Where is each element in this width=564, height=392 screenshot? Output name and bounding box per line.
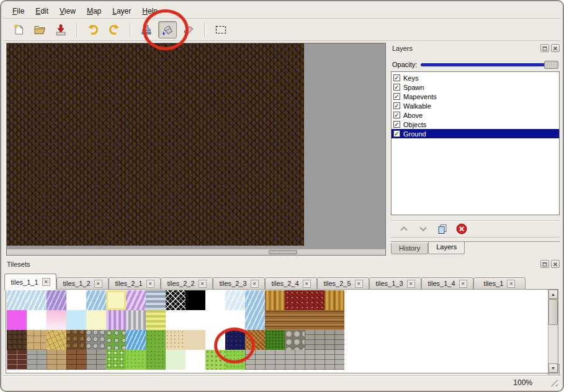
duplicate-layer-button[interactable] xyxy=(436,222,449,236)
menu-edit[interactable]: Edit xyxy=(30,5,54,17)
select-tool-button[interactable] xyxy=(212,21,230,38)
tilesets-panel-close-icon[interactable] xyxy=(551,260,560,268)
palette-tile-empty[interactable] xyxy=(27,310,47,330)
palette-tile-black[interactable] xyxy=(186,290,205,310)
undo-button[interactable] xyxy=(84,21,102,38)
palette-tile-wood-planks[interactable] xyxy=(305,310,325,330)
palette-tile-empty[interactable] xyxy=(205,330,225,350)
tileset-tab-tiles_1_3[interactable]: tiles_1_3✕ xyxy=(369,277,421,290)
palette-tile-empty[interactable] xyxy=(205,290,225,310)
tileset-tab-tiles_2_1[interactable]: tiles_2_1✕ xyxy=(109,277,161,290)
palette-tile-carpet-red[interactable] xyxy=(305,290,325,310)
tab-close-icon[interactable]: ✕ xyxy=(507,280,515,288)
tilesets-panel-float-icon[interactable] xyxy=(540,260,549,268)
palette-tile-cobblestone[interactable] xyxy=(285,330,305,350)
layer-visibility-checkbox[interactable]: ✓ xyxy=(393,74,400,81)
stamp-tool-button[interactable] xyxy=(137,21,156,38)
palette-tile-water-blue[interactable] xyxy=(245,310,265,330)
palette-tile-btn-yellow[interactable] xyxy=(106,290,126,310)
raise-layer-button[interactable] xyxy=(397,222,411,236)
layer-row[interactable]: ✓Mapevents xyxy=(392,92,559,101)
open-file-button[interactable] xyxy=(30,21,49,38)
palette-tile-stripes-violet-v[interactable] xyxy=(106,310,126,330)
palette-tile-wood-planks[interactable] xyxy=(325,310,344,330)
palette-tile-stone-blocks[interactable] xyxy=(86,350,106,370)
palette-tile-pillar-gold[interactable] xyxy=(265,290,285,310)
palette-tile-water-bright[interactable] xyxy=(126,330,146,350)
menu-view[interactable]: View xyxy=(54,5,81,17)
palette-tile-empty[interactable] xyxy=(66,290,86,310)
tileset-tab-tiles_2_4[interactable]: tiles_2_4✕ xyxy=(265,277,317,290)
palette-tile-cyan-pale[interactable] xyxy=(66,310,86,330)
palette-tile-grass-mid[interactable] xyxy=(146,350,166,370)
canvas-hscrollbar[interactable] xyxy=(7,249,385,255)
layer-row[interactable]: ✓Spawn xyxy=(392,82,559,92)
palette-tile-stones-green[interactable] xyxy=(106,330,126,350)
palette-tile-water-light[interactable] xyxy=(27,290,47,310)
palette-tile-grass-bright[interactable] xyxy=(126,350,146,370)
opacity-slider-handle[interactable] xyxy=(544,61,558,69)
tab-close-icon[interactable]: ✕ xyxy=(407,280,415,288)
layer-visibility-checkbox[interactable]: ✓ xyxy=(393,121,400,128)
layer-row[interactable]: ✓Above xyxy=(392,110,559,120)
palette-tile-brick-graywall[interactable] xyxy=(325,350,344,370)
tileset-tab-tiles_2_3[interactable]: tiles_2_3✕ xyxy=(213,277,265,290)
layer-row[interactable]: ✓Keys xyxy=(392,73,559,82)
palette-tile-empty[interactable] xyxy=(166,310,186,330)
palette-tile-carpet-red[interactable] xyxy=(285,290,305,310)
redo-button[interactable] xyxy=(105,21,123,38)
palette-tile-stone-blocks[interactable] xyxy=(325,330,344,350)
tileset-tab-tiles_1_2[interactable]: tiles_1_2✕ xyxy=(56,277,109,290)
palette-tile-water-pale[interactable] xyxy=(225,290,245,310)
palette-tile-brick-gray[interactable] xyxy=(27,350,47,370)
scroll-down-icon[interactable]: ▼ xyxy=(548,363,558,373)
palette-tile-stone-tan[interactable] xyxy=(27,330,47,350)
tab-close-icon[interactable]: ✕ xyxy=(146,280,154,288)
tab-layers[interactable]: Layers xyxy=(428,242,465,254)
palette-tile-brick-brown[interactable] xyxy=(66,350,86,370)
palette-tile-brick-graywall[interactable] xyxy=(265,350,285,370)
map-canvas[interactable] xyxy=(6,43,386,256)
palette-tile-tan-pale[interactable] xyxy=(186,330,205,350)
save-file-button[interactable] xyxy=(51,21,70,38)
tileset-tab-tiles_2_5[interactable]: tiles_2_5✕ xyxy=(317,277,369,290)
tab-close-icon[interactable]: ✕ xyxy=(303,280,311,288)
palette-tile-brick-dark[interactable] xyxy=(7,350,27,370)
palette-tile-stripes-bluegray[interactable] xyxy=(146,290,166,310)
palette-tile-stone-cracked[interactable] xyxy=(47,330,66,350)
layer-row[interactable]: ✓Objects xyxy=(392,120,559,129)
tileset-tab-tiles_1[interactable]: tiles_1✕ xyxy=(473,277,526,290)
layer-visibility-checkbox[interactable]: ✓ xyxy=(393,130,400,137)
canvas-hscrollbar-handle[interactable] xyxy=(269,250,297,254)
palette-tile-yellow-pale[interactable] xyxy=(86,310,106,330)
palette-tile-green-pale[interactable] xyxy=(166,350,186,370)
palette-tile-water-light[interactable] xyxy=(7,290,27,310)
palette-tile-brick-graywall[interactable] xyxy=(285,350,305,370)
layer-visibility-checkbox[interactable]: ✓ xyxy=(393,93,400,100)
layer-visibility-checkbox[interactable]: ✓ xyxy=(393,102,400,109)
palette-vscrollbar-handle[interactable] xyxy=(548,299,558,325)
tab-close-icon[interactable]: ✕ xyxy=(42,278,50,286)
palette-tile-stripes-violet[interactable] xyxy=(126,290,146,310)
layer-row[interactable]: ✓Walkable xyxy=(392,101,559,110)
palette-tile-grass-flowers[interactable] xyxy=(106,350,126,370)
palette-tile-wood-planks[interactable] xyxy=(265,310,285,330)
opacity-slider-track[interactable] xyxy=(421,63,558,66)
delete-layer-button[interactable] xyxy=(455,222,468,236)
layers-panel-float-icon[interactable] xyxy=(540,44,549,52)
scroll-up-icon[interactable]: ▲ xyxy=(548,290,558,299)
palette-tile-sand-speckled[interactable] xyxy=(166,330,186,350)
menu-map[interactable]: Map xyxy=(81,5,107,17)
opacity-slider[interactable] xyxy=(421,60,558,69)
tileset-tab-tiles_1_4[interactable]: tiles_1_4✕ xyxy=(421,277,473,290)
map-tile-area[interactable] xyxy=(7,43,304,246)
palette-tile-grass-tufts[interactable] xyxy=(205,350,225,370)
palette-tile-grass-mid[interactable] xyxy=(146,330,166,350)
layer-row[interactable]: ✓Ground xyxy=(392,129,559,138)
palette-tile-pink-grad[interactable] xyxy=(47,310,66,330)
menu-layer[interactable]: Layer xyxy=(107,5,137,17)
menu-file[interactable]: File xyxy=(7,5,30,17)
tab-history[interactable]: History xyxy=(391,243,428,254)
palette-tile-rocks-gray[interactable] xyxy=(86,330,106,350)
resize-grip[interactable] xyxy=(550,378,558,386)
